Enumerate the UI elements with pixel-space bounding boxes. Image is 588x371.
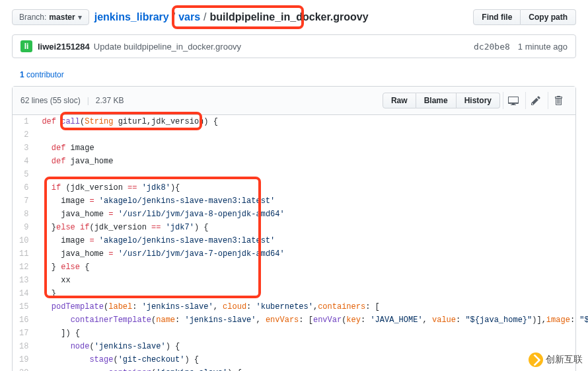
code-line: if (jdk_version == 'jdk8'){ bbox=[35, 181, 588, 194]
breadcrumb-separator: / bbox=[170, 11, 177, 23]
trash-icon[interactable] bbox=[548, 92, 568, 109]
branch-label: Branch: bbox=[19, 13, 46, 22]
line-number[interactable]: 4 bbox=[13, 155, 35, 168]
line-number[interactable]: 16 bbox=[13, 313, 35, 327]
watermark-icon bbox=[529, 352, 543, 367]
line-number[interactable]: 2 bbox=[13, 128, 35, 142]
code-line bbox=[35, 168, 588, 181]
line-number[interactable]: 6 bbox=[13, 181, 35, 194]
breadcrumb-separator: / bbox=[202, 11, 208, 23]
line-number[interactable]: 13 bbox=[13, 274, 35, 287]
code-line: java_home = '/usr/lib/jvm/java-8-openjdk… bbox=[35, 208, 588, 221]
avatar-badge: li bbox=[20, 40, 32, 52]
line-number[interactable]: 20 bbox=[13, 366, 35, 371]
line-number[interactable]: 10 bbox=[13, 234, 35, 247]
breadcrumb: jenkins_library / vars / buildpipeline_i… bbox=[94, 11, 369, 23]
commit-message[interactable]: Update buildpipeline_in_docker.groovy bbox=[94, 42, 241, 52]
commit-box: li liwei2151284 Update buildpipeline_in_… bbox=[12, 34, 576, 58]
code-line: }else if(jdk_version == 'jdk7') { bbox=[35, 221, 588, 234]
code-line: container('jenkins-slave') { bbox=[35, 366, 588, 371]
breadcrumb-file: buildpipeline_in_docker.groovy bbox=[210, 11, 369, 23]
code-line: node('jenkins-slave') { bbox=[35, 340, 588, 353]
code-line: xx bbox=[35, 274, 588, 287]
line-number[interactable]: 12 bbox=[13, 261, 35, 274]
code-line: def image bbox=[35, 142, 588, 155]
line-number[interactable]: 15 bbox=[13, 300, 35, 313]
file-lines: 62 lines (55 sloc) bbox=[20, 96, 81, 105]
line-number[interactable]: 17 bbox=[13, 327, 35, 340]
line-number[interactable]: 9 bbox=[13, 221, 35, 234]
line-number[interactable]: 5 bbox=[13, 168, 35, 181]
line-number[interactable]: 1 bbox=[13, 115, 35, 128]
line-number[interactable]: 14 bbox=[13, 287, 35, 300]
history-button[interactable]: History bbox=[457, 93, 500, 108]
blame-button[interactable]: Blame bbox=[416, 93, 457, 108]
code-line: } else { bbox=[35, 261, 588, 274]
line-number[interactable]: 11 bbox=[13, 247, 35, 261]
raw-button[interactable]: Raw bbox=[383, 93, 416, 108]
line-number[interactable]: 19 bbox=[13, 353, 35, 366]
chevron-down-icon: ▾ bbox=[78, 13, 82, 22]
commit-time: 1 minute ago bbox=[518, 42, 568, 52]
top-action-buttons: Find file Copy path bbox=[473, 9, 576, 25]
code-line: } bbox=[35, 287, 588, 300]
branch-selector[interactable]: Branch: master ▾ bbox=[12, 9, 89, 25]
code-table: 1def call(String giturl,jdk_version) {23… bbox=[13, 115, 588, 371]
code-line: stage('git-checkout') { bbox=[35, 353, 588, 366]
commit-sha[interactable]: dc20be8 bbox=[474, 42, 510, 52]
code-line: image = 'akagelo/jenkins-slave-maven3:la… bbox=[35, 194, 588, 208]
contributors-link[interactable]: 1 contributor bbox=[20, 70, 64, 79]
file-size: 2.37 KB bbox=[96, 96, 124, 105]
code-line: ]) { bbox=[35, 327, 588, 340]
desktop-icon[interactable] bbox=[503, 92, 523, 109]
find-file-button[interactable]: Find file bbox=[473, 9, 521, 25]
code-line: def java_home bbox=[35, 155, 588, 168]
code-line: def call(String giturl,jdk_version) { bbox=[35, 115, 588, 128]
watermark: 创新互联 bbox=[529, 352, 583, 367]
commit-author[interactable]: liwei2151284 bbox=[38, 42, 90, 52]
breadcrumb-dir[interactable]: vars bbox=[178, 11, 200, 23]
line-number[interactable]: 8 bbox=[13, 208, 35, 221]
copy-path-button[interactable]: Copy path bbox=[521, 9, 576, 25]
watermark-text: 创新互联 bbox=[546, 354, 583, 366]
code-line: image = 'akagelo/jenkins-slave-maven3:la… bbox=[35, 234, 588, 247]
branch-name: master bbox=[49, 13, 75, 22]
code-line: java_home = '/usr/lib/jvm/java-7-openjdk… bbox=[35, 247, 588, 261]
breadcrumb-root[interactable]: jenkins_library bbox=[94, 11, 169, 23]
line-number[interactable]: 3 bbox=[13, 142, 35, 155]
pencil-icon[interactable] bbox=[525, 92, 545, 109]
code-line: containerTemplate(name: 'jenkins-slave',… bbox=[35, 313, 588, 327]
line-number[interactable]: 18 bbox=[13, 340, 35, 353]
code-line: podTemplate(label: 'jenkins-slave', clou… bbox=[35, 300, 588, 313]
file-box: 62 lines (55 sloc) | 2.37 KB Raw Blame H… bbox=[12, 86, 576, 371]
code-line bbox=[35, 128, 588, 142]
line-number[interactable]: 7 bbox=[13, 194, 35, 208]
